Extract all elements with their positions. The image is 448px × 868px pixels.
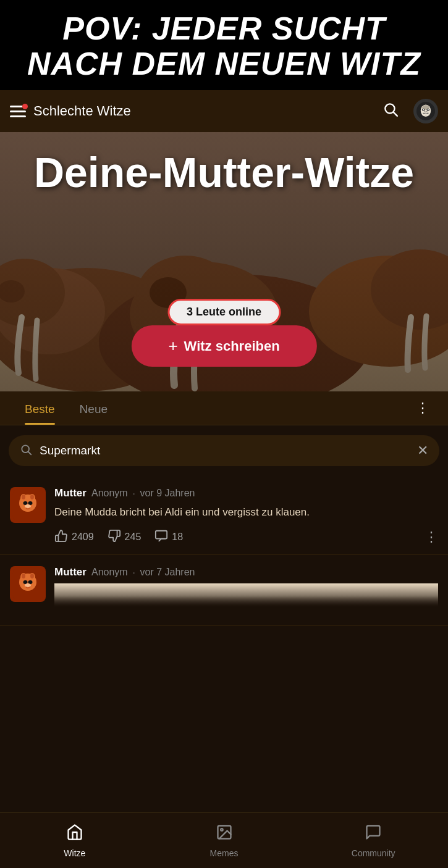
post-avatar xyxy=(10,566,46,602)
svg-point-42 xyxy=(28,580,33,584)
tab-bar: Beste Neue ⋮ xyxy=(0,391,448,425)
menu-line xyxy=(10,115,26,117)
svg-line-1 xyxy=(394,112,397,116)
write-joke-button[interactable]: + Witz schreiben xyxy=(131,325,316,367)
dislike-button[interactable]: 245 xyxy=(108,529,142,546)
meme-banner-text: POV: JEDER SUCHT NACH DEM NEUEN WITZ xyxy=(12,11,436,81)
search-bar-icon xyxy=(20,443,32,459)
hero-title: Deine-Mutter-Witze xyxy=(0,151,448,194)
svg-point-9 xyxy=(425,115,427,116)
post-author: Anonym xyxy=(91,488,128,499)
nav-item-memes[interactable]: Memes xyxy=(150,813,299,868)
hero-section: Deine-Mutter-Witze 3 Leute online + Witz… xyxy=(0,132,448,391)
nav-item-community[interactable]: Community xyxy=(298,813,448,868)
like-button[interactable]: 2409 xyxy=(54,529,94,546)
home-icon xyxy=(66,824,83,845)
like-count: 2409 xyxy=(72,532,94,543)
bottom-spacer xyxy=(0,626,448,688)
online-badge: 3 Leute online xyxy=(167,299,281,325)
post-more-button[interactable]: ⋮ xyxy=(425,529,438,545)
post-text: Deine Mudda bricht bei Aldi ein und verg… xyxy=(54,504,438,520)
post-meta: Mutter Anonym · vor 7 Jahren xyxy=(54,566,438,578)
posts-list: Mutter Anonym · vor 9 Jahren Deine Mudda… xyxy=(0,476,448,626)
svg-point-8 xyxy=(428,109,429,111)
svg-line-24 xyxy=(28,452,32,455)
search-bar: ✕ xyxy=(9,435,439,466)
clear-search-button[interactable]: ✕ xyxy=(417,443,428,459)
bottom-nav: Witze Memes Community xyxy=(0,812,448,868)
nav-label-memes: Memes xyxy=(210,848,239,858)
post-content: Mutter Anonym · vor 9 Jahren Deine Mudda… xyxy=(54,487,438,546)
header-title: Schlechte Witze xyxy=(33,103,375,119)
svg-point-7 xyxy=(423,109,424,111)
menu-line xyxy=(10,111,26,112)
svg-point-29 xyxy=(22,495,25,499)
search-input[interactable] xyxy=(40,444,410,457)
table-row: Mutter Anonym · vor 7 Jahren xyxy=(0,555,448,626)
svg-point-43 xyxy=(25,583,31,587)
memes-icon xyxy=(216,824,233,845)
post-category: Mutter xyxy=(54,487,87,499)
svg-point-45 xyxy=(221,828,223,831)
svg-point-30 xyxy=(30,495,34,499)
post-author: Anonym xyxy=(91,567,128,578)
cta-button-label: Witz schreiben xyxy=(184,338,280,354)
comment-count: 18 xyxy=(172,532,183,543)
comment-button[interactable]: 18 xyxy=(154,529,183,546)
search-container: ✕ xyxy=(0,425,448,476)
post-content: Mutter Anonym · vor 7 Jahren xyxy=(54,566,438,617)
post-avatar xyxy=(10,487,46,523)
tab-more-button[interactable]: ⋮ xyxy=(410,394,436,422)
post-separator: · xyxy=(133,567,135,577)
comment-icon xyxy=(154,529,168,546)
app-header: Schlechte Witze xyxy=(0,90,448,132)
nav-label-community: Community xyxy=(352,848,395,858)
post-separator: · xyxy=(133,488,135,498)
plus-icon: + xyxy=(168,336,177,356)
svg-point-33 xyxy=(25,504,31,508)
nav-label-witze: Witze xyxy=(64,848,85,858)
svg-point-39 xyxy=(22,574,25,578)
tab-beste[interactable]: Beste xyxy=(12,391,67,425)
table-row: Mutter Anonym · vor 9 Jahren Deine Mudda… xyxy=(0,476,448,555)
svg-rect-34 xyxy=(156,531,167,539)
post-text xyxy=(54,583,438,608)
svg-point-31 xyxy=(23,501,28,505)
post-meta: Mutter Anonym · vor 9 Jahren xyxy=(54,487,438,499)
svg-point-40 xyxy=(30,574,34,578)
thumbs-down-icon xyxy=(108,529,121,546)
svg-point-32 xyxy=(28,501,33,505)
search-icon[interactable] xyxy=(382,101,399,122)
notification-dot xyxy=(22,104,28,109)
post-category: Mutter xyxy=(54,566,87,578)
post-actions: 2409 245 xyxy=(54,529,438,546)
community-icon xyxy=(365,824,382,845)
dislike-count: 245 xyxy=(125,532,142,543)
nav-item-witze[interactable]: Witze xyxy=(0,813,150,868)
tab-active-indicator xyxy=(25,423,55,425)
svg-point-41 xyxy=(23,580,28,584)
meme-banner: POV: JEDER SUCHT NACH DEM NEUEN WITZ xyxy=(0,0,448,90)
avatar[interactable] xyxy=(413,99,438,123)
post-time: vor 7 Jahren xyxy=(140,567,195,578)
tab-neue[interactable]: Neue xyxy=(67,391,120,425)
thumbs-up-icon xyxy=(54,529,68,546)
post-time: vor 9 Jahren xyxy=(140,488,195,499)
menu-button[interactable] xyxy=(10,106,26,117)
